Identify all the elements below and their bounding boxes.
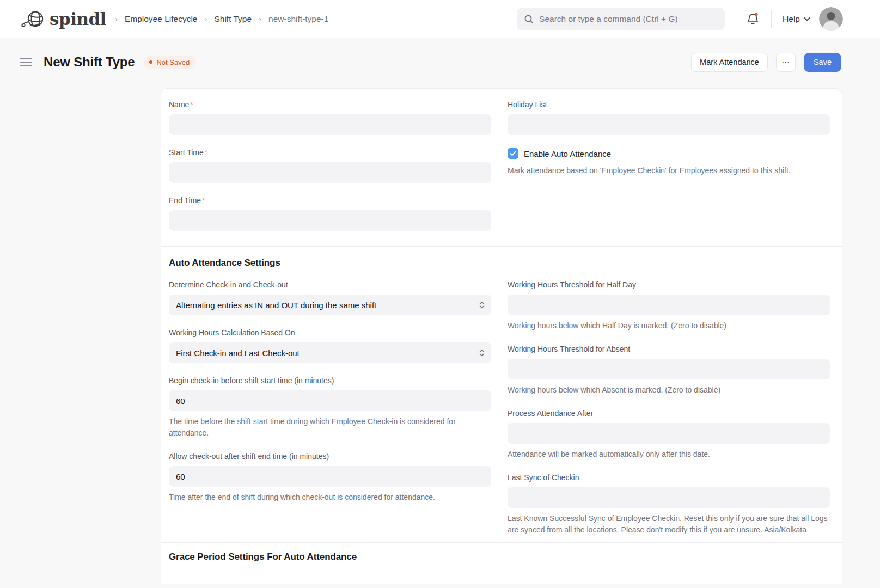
- breadcrumb-employee-lifecycle[interactable]: Employee Lifecycle: [125, 14, 198, 24]
- section-auto-attendance: Determine Check-in and Check-out Alterna…: [161, 268, 842, 542]
- page-header: New Shift Type Not Saved Mark Attendance…: [0, 38, 880, 72]
- auto-attendance-right-column: Working Hours Threshold for Half Day Wor…: [508, 280, 830, 536]
- process-attendance-after-help: Attendance will be marked automatically …: [508, 449, 830, 460]
- app-logo[interactable]: spindl: [20, 9, 106, 29]
- global-search[interactable]: [517, 8, 725, 30]
- allow-checkout-input[interactable]: [169, 466, 491, 487]
- breadcrumb-current-doc: new-shift-type-1: [268, 14, 328, 24]
- required-marker: *: [190, 100, 193, 109]
- status-dot-icon: [149, 60, 152, 64]
- working-hours-calc-field: Working Hours Calculation Based On First…: [169, 328, 491, 363]
- begin-checkin-field: Begin check-in before shift start time (…: [169, 376, 491, 439]
- save-button[interactable]: Save: [804, 53, 841, 72]
- basic-left-column: Name* Start Time* End Time*: [169, 100, 491, 244]
- half-day-threshold-label: Working Hours Threshold for Half Day: [508, 280, 830, 290]
- breadcrumb-separator: ›: [259, 14, 261, 23]
- process-attendance-after-field: Process Attendance After Attendance will…: [508, 409, 830, 460]
- determine-checkin-select[interactable]: Alternating entries as IN and OUT during…: [169, 295, 491, 315]
- brand-name: spindl: [50, 9, 106, 29]
- required-marker: *: [202, 196, 205, 205]
- section-basic: Name* Start Time* End Time* Holiday List: [161, 89, 842, 246]
- notifications-button[interactable]: [747, 12, 759, 26]
- holiday-list-label: Holiday List: [508, 100, 830, 109]
- navbar-right: Help: [517, 7, 843, 31]
- status-badge-label: Not Saved: [156, 58, 190, 66]
- enable-auto-attendance-help: Mark attendance based on 'Employee Check…: [508, 165, 830, 176]
- breadcrumb-separator: ›: [204, 14, 207, 23]
- search-input[interactable]: [539, 14, 718, 24]
- half-day-threshold-input[interactable]: [508, 295, 830, 315]
- breadcrumb-separator: ›: [115, 14, 118, 23]
- holiday-list-field: Holiday List: [508, 100, 830, 135]
- user-avatar[interactable]: [819, 7, 843, 31]
- status-badge: Not Saved: [144, 56, 196, 69]
- more-options-button[interactable]: ⋯: [776, 53, 796, 72]
- enable-auto-attendance-checkbox[interactable]: Enable Auto Attendance: [508, 148, 830, 159]
- breadcrumb-shift-type[interactable]: Shift Type: [214, 14, 252, 24]
- working-hours-calc-label: Working Hours Calculation Based On: [169, 328, 491, 338]
- search-icon: [524, 14, 534, 24]
- help-label: Help: [783, 14, 800, 24]
- half-day-threshold-field: Working Hours Threshold for Half Day Wor…: [508, 280, 830, 332]
- breadcrumb: › Employee Lifecycle › Shift Type › new-…: [115, 14, 328, 24]
- allow-checkout-label: Allow check-out after shift end time (in…: [169, 452, 491, 461]
- end-time-field: End Time*: [169, 196, 491, 231]
- navbar-divider: [771, 10, 772, 28]
- end-time-label: End Time*: [169, 196, 491, 205]
- working-hours-calc-select[interactable]: First Check-in and Last Check-out: [169, 342, 491, 363]
- required-marker: *: [205, 148, 207, 157]
- allow-checkout-help: Time after the end of shift during which…: [169, 492, 491, 503]
- start-time-field: Start Time*: [169, 148, 491, 183]
- last-sync-help: Last Known Successful Sync of Employee C…: [508, 513, 830, 536]
- mark-attendance-button[interactable]: Mark Attendance: [691, 53, 768, 72]
- auto-attendance-left-column: Determine Check-in and Check-out Alterna…: [169, 280, 491, 536]
- auto-attendance-section-title: Auto Attendance Settings: [161, 247, 842, 268]
- checkbox-checked-icon: [508, 148, 518, 159]
- sidebar-toggle-button[interactable]: [20, 56, 32, 69]
- process-attendance-after-input[interactable]: [508, 423, 830, 444]
- begin-checkin-input[interactable]: [169, 390, 491, 411]
- absent-threshold-label: Working Hours Threshold for Absent: [508, 345, 830, 354]
- absent-threshold-help: Working hours below which Absent is mark…: [508, 384, 830, 396]
- chevron-updown-icon: [479, 301, 485, 309]
- determine-checkin-label: Determine Check-in and Check-out: [169, 280, 491, 290]
- page-title: New Shift Type: [44, 54, 135, 70]
- chevron-updown-icon: [479, 348, 485, 357]
- last-sync-field: Last Sync of Checkin Last Known Successf…: [508, 473, 830, 536]
- allow-checkout-field: Allow check-out after shift end time (in…: [169, 452, 491, 503]
- notification-dot: [755, 13, 758, 16]
- enable-auto-attendance-label: Enable Auto Attendance: [524, 149, 611, 158]
- shift-type-form-card: Name* Start Time* End Time* Holiday List: [161, 88, 842, 584]
- help-menu[interactable]: Help: [783, 14, 810, 24]
- begin-checkin-help: The time before the shift start time dur…: [169, 416, 491, 439]
- start-time-label: Start Time*: [169, 148, 491, 157]
- grace-period-section-title: Grace Period Settings For Auto Attendanc…: [169, 552, 830, 562]
- name-label: Name*: [169, 100, 491, 109]
- begin-checkin-label: Begin check-in before shift start time (…: [169, 376, 491, 385]
- end-time-input[interactable]: [169, 210, 491, 231]
- start-time-input[interactable]: [169, 162, 491, 183]
- basic-right-column: Holiday List Enable Auto Attendance Mark…: [508, 100, 830, 244]
- determine-checkin-field: Determine Check-in and Check-out Alterna…: [169, 280, 491, 315]
- process-attendance-after-label: Process Attendance After: [508, 409, 830, 418]
- name-input[interactable]: [169, 114, 491, 135]
- last-sync-label: Last Sync of Checkin: [508, 473, 830, 482]
- name-field: Name*: [169, 100, 491, 135]
- holiday-list-input[interactable]: [508, 114, 830, 135]
- section-grace-period: Grace Period Settings For Auto Attendanc…: [161, 543, 842, 584]
- top-navbar: spindl › Employee Lifecycle › Shift Type…: [0, 0, 880, 38]
- yarn-ball-logo-icon: [20, 9, 45, 29]
- absent-threshold-field: Working Hours Threshold for Absent Worki…: [508, 345, 830, 396]
- absent-threshold-input[interactable]: [508, 359, 830, 379]
- bell-icon: [747, 12, 759, 26]
- last-sync-input[interactable]: [508, 487, 830, 508]
- half-day-threshold-help: Working hours below which Half Day is ma…: [508, 320, 830, 332]
- chevron-down-icon: [804, 17, 810, 21]
- header-actions: Mark Attendance ⋯ Save: [691, 53, 841, 72]
